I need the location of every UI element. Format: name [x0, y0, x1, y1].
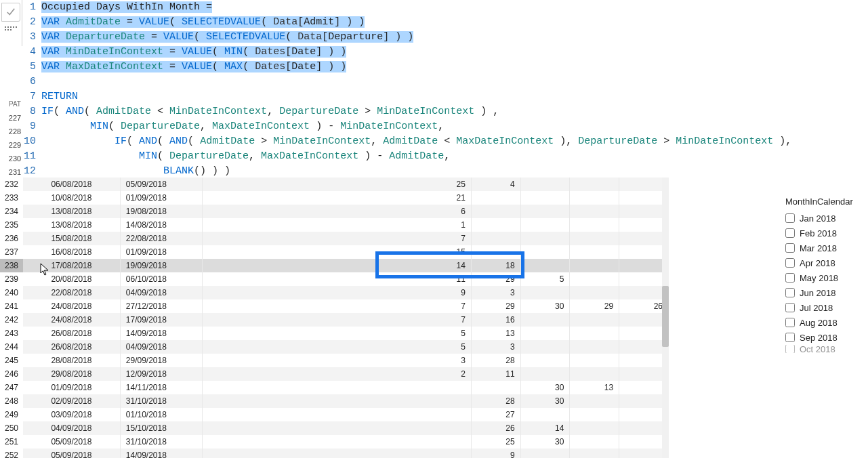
- cell[interactable]: 3: [203, 354, 472, 367]
- cell[interactable]: [520, 218, 570, 232]
- cell[interactable]: 14/09/2018: [120, 327, 202, 340]
- cell[interactable]: 01/09/2018: [120, 245, 202, 259]
- slicer-checkbox[interactable]: [785, 318, 795, 327]
- cell[interactable]: 05/09/2018: [23, 449, 120, 458]
- table-row[interactable]: 16/08/201801/09/201815: [23, 245, 669, 259]
- cell[interactable]: 5: [203, 340, 472, 354]
- cell[interactable]: [619, 327, 669, 340]
- cell[interactable]: [619, 191, 669, 205]
- cell[interactable]: [619, 354, 669, 367]
- cell[interactable]: 05/09/2018: [23, 435, 120, 449]
- cell[interactable]: [570, 435, 619, 449]
- table-row[interactable]: 24/08/201827/12/2018729302926: [23, 299, 669, 313]
- month-slicer[interactable]: MonthInCalendar Jan 2018Feb 2018Mar 2018…: [785, 196, 860, 353]
- cell[interactable]: [520, 449, 570, 458]
- cell[interactable]: 7: [203, 313, 472, 327]
- table-row[interactable]: 29/08/201812/09/2018211: [23, 367, 669, 381]
- cell[interactable]: 5: [520, 272, 570, 286]
- cell[interactable]: 30: [520, 394, 570, 408]
- cell[interactable]: [570, 367, 619, 381]
- cell[interactable]: [619, 435, 669, 449]
- cell[interactable]: 02/09/2018: [23, 394, 120, 408]
- cell[interactable]: [203, 394, 472, 408]
- row-index[interactable]: 238: [0, 259, 23, 272]
- data-table[interactable]: 06/08/201805/09/201825410/08/201801/09/2…: [23, 178, 669, 458]
- table-row[interactable]: 05/09/201814/09/20189: [23, 449, 669, 458]
- cell[interactable]: 28: [471, 354, 520, 367]
- row-index[interactable]: 246: [0, 367, 23, 381]
- cell[interactable]: 22/08/2018: [120, 232, 202, 245]
- cell[interactable]: [520, 367, 570, 381]
- table-row[interactable]: 15/08/201822/08/20187: [23, 232, 669, 245]
- cell[interactable]: [570, 191, 619, 205]
- cell[interactable]: [570, 286, 619, 299]
- cell[interactable]: 11: [203, 272, 472, 286]
- slicer-checkbox[interactable]: [785, 345, 795, 353]
- slicer-item[interactable]: Aug 2018: [785, 315, 860, 330]
- slicer-checkbox[interactable]: [785, 273, 795, 283]
- cell[interactable]: 16: [471, 313, 520, 327]
- cell[interactable]: 30: [520, 435, 570, 449]
- cell[interactable]: [619, 340, 669, 354]
- cell[interactable]: 15/10/2018: [120, 421, 202, 435]
- cell[interactable]: [619, 286, 669, 299]
- cell[interactable]: [570, 205, 619, 218]
- cell[interactable]: 10/08/2018: [23, 191, 120, 205]
- cell[interactable]: [619, 272, 669, 286]
- table-row[interactable]: 26/08/201804/09/201853: [23, 340, 669, 354]
- cell[interactable]: 26: [619, 299, 669, 313]
- cell[interactable]: [520, 408, 570, 421]
- cell[interactable]: 13/08/2018: [23, 205, 120, 218]
- cell[interactable]: 14: [520, 421, 570, 435]
- table-row[interactable]: 13/08/201819/08/20186: [23, 205, 669, 218]
- cell[interactable]: [471, 381, 520, 394]
- cell[interactable]: [570, 178, 619, 191]
- table-row[interactable]: 05/09/201831/10/20182530: [23, 435, 669, 449]
- cell[interactable]: 13/08/2018: [23, 218, 120, 232]
- cell[interactable]: 04/09/2018: [120, 340, 202, 354]
- cell[interactable]: [203, 449, 472, 458]
- table-row[interactable]: 24/08/201817/09/2018716: [23, 313, 669, 327]
- cell[interactable]: [619, 313, 669, 327]
- row-index[interactable]: 233: [0, 191, 23, 205]
- cell[interactable]: [520, 232, 570, 245]
- row-index[interactable]: 251: [0, 435, 23, 449]
- row-index[interactable]: 247: [0, 381, 23, 394]
- cell[interactable]: [203, 408, 472, 421]
- cell[interactable]: 24/08/2018: [23, 299, 120, 313]
- cell[interactable]: [619, 205, 669, 218]
- table-row[interactable]: 01/09/201814/11/20183013: [23, 381, 669, 394]
- cell[interactable]: 03/09/2018: [23, 408, 120, 421]
- table-row[interactable]: 02/09/201831/10/20182830: [23, 394, 669, 408]
- cell[interactable]: 31/10/2018: [120, 394, 202, 408]
- cell[interactable]: 30: [520, 381, 570, 394]
- cell[interactable]: [570, 218, 619, 232]
- cell[interactable]: 19/09/2018: [120, 259, 202, 272]
- cell[interactable]: [520, 327, 570, 340]
- cell[interactable]: [619, 394, 669, 408]
- dax-editor[interactable]: 123456789101112 Occupied Days WithIn Mon…: [22, 0, 868, 178]
- cell[interactable]: 18: [471, 259, 520, 272]
- cell[interactable]: 28/08/2018: [23, 354, 120, 367]
- cell[interactable]: 6: [203, 205, 472, 218]
- cell[interactable]: [570, 449, 619, 458]
- cell[interactable]: [619, 259, 669, 272]
- slicer-item[interactable]: Sep 2018: [785, 330, 860, 345]
- slicer-item[interactable]: Jun 2018: [785, 285, 860, 300]
- slicer-checkbox[interactable]: [785, 243, 795, 253]
- cell[interactable]: [570, 245, 619, 259]
- cell[interactable]: 26: [471, 421, 520, 435]
- cell[interactable]: [520, 286, 570, 299]
- cell[interactable]: 25: [203, 178, 472, 191]
- cell[interactable]: 29/08/2018: [23, 367, 120, 381]
- cell[interactable]: 29: [570, 299, 619, 313]
- row-index[interactable]: 232: [0, 178, 23, 191]
- row-index[interactable]: 237: [0, 245, 23, 259]
- cell[interactable]: [471, 218, 520, 232]
- cell[interactable]: 22/08/2018: [23, 286, 120, 299]
- cell[interactable]: 29: [471, 299, 520, 313]
- cell[interactable]: [203, 435, 472, 449]
- cell[interactable]: 20/08/2018: [23, 272, 120, 286]
- table-row[interactable]: 10/08/201801/09/201821: [23, 191, 669, 205]
- cell[interactable]: 30: [520, 299, 570, 313]
